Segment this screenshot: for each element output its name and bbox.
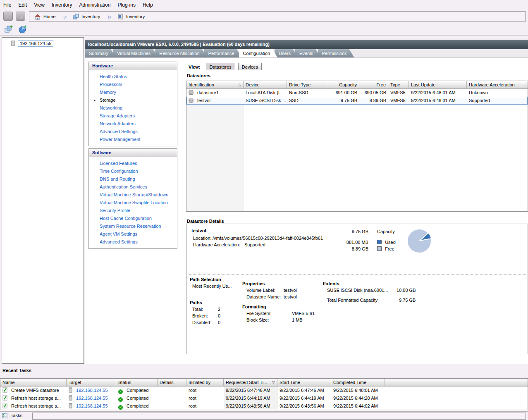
free-legend-swatch	[377, 246, 382, 251]
tab-resource-allocation[interactable]: Resource Allocation	[155, 49, 207, 57]
tab-permissions[interactable]: Permissions	[318, 49, 354, 57]
sort-ascending-icon: △	[238, 81, 241, 88]
sidebar-item-agent-vm-settings[interactable]: Agent VM Settings	[100, 231, 137, 236]
task-icon	[2, 387, 7, 393]
details-datastore-name: testvol	[191, 228, 206, 233]
status-message-field	[32, 413, 526, 420]
tree-host-item[interactable]: 192.168.124.55	[11, 40, 84, 47]
task-target-link[interactable]: 192.168.124.55	[76, 396, 108, 401]
back-button[interactable]: ←	[3, 12, 13, 21]
paths-title: Paths	[190, 300, 202, 305]
column-header-capacity[interactable]: Capacity	[328, 81, 359, 88]
capacity-pie-chart	[406, 228, 432, 254]
sidebar-item-storage[interactable]: Storage	[100, 98, 116, 103]
column-header-type[interactable]: Type	[388, 81, 409, 88]
tab-summary[interactable]: Summary	[85, 49, 116, 57]
tab-users[interactable]: Users	[275, 49, 298, 57]
path-selection-title: Path Selection	[190, 277, 221, 282]
hardware-panel: Hardware Health Status Processors Memory…	[88, 62, 177, 146]
menu-file[interactable]: File	[3, 0, 11, 8]
breadcrumb-inventory-2[interactable]: Inventory	[126, 14, 145, 19]
sidebar-item-vm-startup-shutdown[interactable]: Virtual Machine Startup/Shutdown	[100, 192, 168, 197]
capacity-value: 9.75 GB	[339, 229, 368, 234]
task-row-refresh-storage-2[interactable]: Refresh host storage s... 192.168.124.55…	[0, 402, 528, 410]
scheduled-task-icon[interactable]: +	[18, 25, 27, 34]
task-row-create-vmfs[interactable]: Create VMFS datastore 192.168.124.55 ✓ C…	[0, 387, 528, 394]
status-completed-icon: ✓	[118, 389, 123, 394]
used-label: Used	[385, 240, 396, 245]
software-panel: Software Licensed Features Time Configur…	[88, 148, 177, 249]
sidebar-item-security-profile[interactable]: Security Profile	[100, 208, 130, 213]
column-header-identification[interactable]: Identification △	[186, 81, 244, 88]
capacity-label: Capacity	[377, 229, 395, 234]
forward-button[interactable]: →	[16, 12, 25, 21]
menu-help[interactable]: Help	[143, 0, 153, 8]
sidebar-item-system-resource-reservation[interactable]: System Resource Reservation	[100, 224, 161, 229]
menu-view[interactable]: View	[34, 0, 45, 8]
sidebar-item-vm-swapfile-location[interactable]: Virtual Machine Swapfile Location	[100, 200, 168, 205]
task-target-link[interactable]: 192.168.124.55	[76, 388, 108, 393]
column-header-name[interactable]: Name	[0, 379, 67, 386]
column-header-device[interactable]: Device	[244, 81, 287, 88]
sidebar-item-advanced-settings-sw[interactable]: Advanced Settings	[100, 239, 138, 244]
column-header-drive-type[interactable]: Drive Type	[287, 81, 328, 88]
tab-performance[interactable]: Performance	[204, 49, 242, 57]
view-devices-button[interactable]: Devices	[238, 63, 262, 70]
sidebar-item-power-management[interactable]: Power Management	[100, 137, 140, 142]
sidebar-item-network-adapters[interactable]: Network Adapters	[100, 121, 136, 126]
column-header-status[interactable]: Status	[116, 379, 158, 386]
tasks-button[interactable]: Tasks	[2, 413, 22, 418]
column-header-start-time[interactable]: Start Time	[277, 379, 331, 386]
breadcrumb-arrow-icon: ▷	[64, 14, 67, 19]
task-target-link[interactable]: 192.168.124.55	[76, 403, 108, 408]
sidebar-item-time-configuration[interactable]: Time Configuration	[100, 169, 138, 174]
menu-edit[interactable]: Edit	[18, 0, 27, 8]
sidebar-item-processors[interactable]: Processors	[100, 82, 122, 87]
column-header-hardware-acceleration[interactable]: Hardware Acceleration	[467, 81, 522, 88]
breadcrumb-home[interactable]: Home	[43, 14, 55, 19]
host-icon	[69, 387, 72, 393]
menu-administration[interactable]: Administration	[79, 0, 110, 8]
view-datastores-button[interactable]: Datastores	[206, 63, 235, 70]
block-size-value: 1 MB	[292, 317, 303, 322]
extent-total-label: Total Formatted Capacity	[327, 298, 377, 303]
used-legend-swatch	[377, 240, 382, 244]
menu-plugins[interactable]: Plug-ins	[118, 0, 136, 8]
new-inventory-icon[interactable]: +	[4, 25, 13, 34]
host-icon	[11, 41, 15, 46]
location-value: /vmfs/volumes/56015c08-292013d4-faff-002…	[213, 236, 323, 241]
home-icon	[34, 14, 41, 20]
host-icon	[69, 403, 72, 408]
datastore-details-title: Datastore Details	[187, 219, 224, 224]
sidebar-item-host-cache-configuration[interactable]: Host Cache Configuration	[100, 216, 152, 221]
column-header-last-update[interactable]: Last Update	[409, 81, 467, 88]
column-header-initiated-by[interactable]: Initiated by	[186, 379, 224, 386]
tree-host-label[interactable]: 192.168.124.55	[18, 40, 53, 47]
sidebar-item-authentication-services[interactable]: Authentication Services	[100, 184, 147, 189]
sidebar-item-networking[interactable]: Networking	[100, 105, 122, 110]
sidebar-item-dns-and-routing[interactable]: DNS and Routing	[100, 177, 135, 181]
forward-arrow-icon: →	[18, 13, 24, 19]
hw-accel-label: Hardware Acceleration:	[193, 242, 240, 247]
column-header-completed-time[interactable]: Completed Time	[331, 379, 385, 386]
sidebar-item-storage-adapters[interactable]: Storage Adapters	[100, 113, 135, 118]
sidebar-item-licensed-features[interactable]: Licensed Features	[100, 161, 137, 166]
task-row-refresh-storage-1[interactable]: Refresh host storage s... 192.168.124.55…	[0, 394, 528, 402]
datastores-section-title: Datastores	[187, 73, 210, 78]
column-header-details[interactable]: Details	[158, 379, 186, 386]
tab-events[interactable]: Events	[295, 49, 321, 57]
recent-tasks-title: Recent Tasks	[2, 368, 31, 373]
tab-virtual-machines[interactable]: Virtual Machines	[113, 49, 158, 57]
datastore-row-datastore1[interactable]: datastore1 Local ATA Disk (t... Non-SSD …	[186, 89, 528, 97]
sidebar-item-health-status[interactable]: Health Status	[100, 74, 127, 79]
sidebar-item-memory[interactable]: Memory	[100, 90, 116, 95]
menu-inventory[interactable]: Inventory	[52, 0, 72, 8]
free-label: Free	[385, 246, 394, 251]
sidebar-item-advanced-settings[interactable]: Advanced Settings	[100, 129, 138, 134]
column-header-free[interactable]: Free	[359, 81, 388, 88]
datastore-row-testvol[interactable]: testvol SUSE iSCSI Disk ... SSD 9.75 GB …	[186, 97, 528, 105]
column-header-requested-start-time[interactable]: Requested Start Ti... ▽	[224, 379, 277, 386]
tab-configuration[interactable]: Configuration	[239, 49, 277, 57]
column-header-target[interactable]: Target	[67, 379, 116, 386]
breadcrumb-inventory-1[interactable]: Inventory	[81, 14, 100, 19]
